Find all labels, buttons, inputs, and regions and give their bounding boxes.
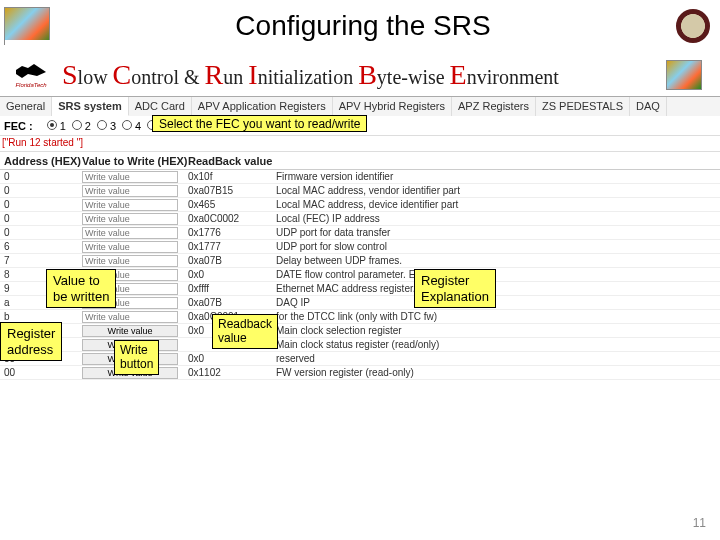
cell-explain: Delay between UDP frames. xyxy=(276,255,720,266)
cell-readback: 0x10f xyxy=(188,171,276,182)
tab-apv-hybrid-registers[interactable]: APV Hybrid Registers xyxy=(333,97,452,116)
cell-explain: Main clock status register (read/only) xyxy=(276,339,720,350)
cell-explain: UDP port for data transfer xyxy=(276,227,720,238)
tab-general[interactable]: General xyxy=(0,97,52,116)
tab-apz-registers[interactable]: APZ Registers xyxy=(452,97,536,116)
cell-address: 7 xyxy=(0,255,82,266)
cell-explain: DATE flow control parameter. Experimenta… xyxy=(276,269,720,280)
cell-readback: 0x0 xyxy=(188,353,276,364)
write-input[interactable] xyxy=(82,227,178,239)
cell-readback: 0xa07B xyxy=(188,255,276,266)
slide-title: Configuring the SRS xyxy=(50,10,676,42)
col-header-address: Address (HEX) xyxy=(0,155,82,167)
annot-value-to-write: Value tobe written xyxy=(46,269,116,308)
fec-radio-3[interactable] xyxy=(97,120,107,130)
table-row: 00Write value0x0reserved xyxy=(0,352,720,366)
table-row: b0xa0C0001for the DTCC link (only with D… xyxy=(0,310,720,324)
tab-apv-application-registers[interactable]: APV Application Registers xyxy=(192,97,333,116)
fec-label: FEC : xyxy=(4,120,33,132)
table-row: 00x1776UDP port for data transfer xyxy=(0,226,720,240)
cell-write xyxy=(82,227,188,239)
cell-explain: UDP port for slow control xyxy=(276,241,720,252)
cell-write xyxy=(82,199,188,211)
cell-readback: 0xa0C0002 xyxy=(188,213,276,224)
cell-write xyxy=(82,213,188,225)
scribe-acronym: Slow Control & Run Initialization Byte-w… xyxy=(62,59,559,91)
slide-number: 11 xyxy=(693,516,706,530)
cell-readback: 0x1777 xyxy=(188,241,276,252)
scribe-banner: FloridaTech Slow Control & Run Initializ… xyxy=(0,52,720,96)
cell-write xyxy=(82,255,188,267)
cell-readback: 0x465 xyxy=(188,199,276,210)
cell-explain: Firmware version identifier xyxy=(276,171,720,182)
register-table: Address (HEX) Value to Write (HEX) ReadB… xyxy=(0,152,720,380)
annot-readback-value: Readbackvalue xyxy=(212,314,278,349)
fec-radio-4[interactable] xyxy=(122,120,132,130)
cms-logo-left xyxy=(4,7,50,45)
cell-explain: DAQ IP xyxy=(276,297,720,308)
col-header-readback: ReadBack value xyxy=(188,155,276,167)
cell-address: 0 xyxy=(0,171,82,182)
write-button[interactable]: Write value xyxy=(82,325,178,337)
cell-write xyxy=(82,185,188,197)
col-header-write: Value to Write (HEX) xyxy=(82,155,188,167)
fec-radio-2[interactable] xyxy=(72,120,82,130)
cell-write: Write value xyxy=(82,325,188,337)
cell-readback: 0xa07B15 xyxy=(188,185,276,196)
fec-radio-1[interactable] xyxy=(47,120,57,130)
table-row: 70xa07BDelay between UDP frames. xyxy=(0,254,720,268)
cell-address: b xyxy=(0,311,82,322)
cms-logo-small xyxy=(666,60,702,90)
annot-write-button: Writebutton xyxy=(114,340,159,375)
cell-explain: Local MAC address, device identifier par… xyxy=(276,199,720,210)
table-row: 00x10fFirmware version identifier xyxy=(0,170,720,184)
cell-explain: Ethernet MAC address register. Reserved! xyxy=(276,283,720,294)
table-header: Address (HEX) Value to Write (HEX) ReadB… xyxy=(0,152,720,170)
write-input[interactable] xyxy=(82,185,178,197)
fec-selector-row: FEC : 12345 Select the FEC you want to r… xyxy=(0,116,720,136)
write-input[interactable] xyxy=(82,255,178,267)
write-input[interactable] xyxy=(82,199,178,211)
tab-zs-pedestals[interactable]: ZS PEDESTALS xyxy=(536,97,630,116)
tab-bar: GeneralSRS systemADC CardAPV Application… xyxy=(0,96,720,116)
cell-write xyxy=(82,311,188,323)
write-input[interactable] xyxy=(82,311,178,323)
table-row: 60x1777UDP port for slow control xyxy=(0,240,720,254)
status-line: ["Run 12 started "] xyxy=(0,136,720,152)
fec-radio-label-4: 4 xyxy=(135,120,141,132)
annot-register-explanation: RegisterExplanation xyxy=(414,269,496,308)
cell-explain: reserved xyxy=(276,353,720,364)
tab-adc-card[interactable]: ADC Card xyxy=(129,97,192,116)
fec-radio-label-3: 3 xyxy=(110,120,116,132)
tab-daq[interactable]: DAQ xyxy=(630,97,667,116)
fec-radio-label-1: 1 xyxy=(60,120,66,132)
fec-radio-label-2: 2 xyxy=(85,120,91,132)
table-row: 00Write valueMain clock status register … xyxy=(0,338,720,352)
cell-address: 0 xyxy=(0,199,82,210)
table-row: 00x465Local MAC address, device identifi… xyxy=(0,198,720,212)
cell-address: 0 xyxy=(0,227,82,238)
write-input[interactable] xyxy=(82,241,178,253)
table-row: 00Write value0x1102FW version register (… xyxy=(0,366,720,380)
table-row: 00Write value0x0Main clock selection reg… xyxy=(0,324,720,338)
cell-readback: 0x1102 xyxy=(188,367,276,378)
annot-register-address: Registeraddress xyxy=(0,322,62,361)
cell-readback: 0x0 xyxy=(188,269,276,280)
cell-address: 6 xyxy=(0,241,82,252)
cell-address: 0 xyxy=(0,185,82,196)
write-input[interactable] xyxy=(82,213,178,225)
table-row: 00xa0C0002Local (FEC) IP address xyxy=(0,212,720,226)
annot-select-fec: Select the FEC you want to read/write xyxy=(152,115,367,132)
cell-explain: Local (FEC) IP address xyxy=(276,213,720,224)
seal-logo-right xyxy=(676,9,710,43)
cell-write xyxy=(82,171,188,183)
write-input[interactable] xyxy=(82,171,178,183)
cell-address: 0 xyxy=(0,213,82,224)
panther-logo: FloridaTech xyxy=(8,57,54,93)
slide-header: Configuring the SRS xyxy=(0,0,720,52)
tab-srs-system[interactable]: SRS system xyxy=(52,97,129,116)
cell-explain: Main clock selection register xyxy=(276,325,720,336)
cell-write xyxy=(82,241,188,253)
cell-readback: 0xa07B xyxy=(188,297,276,308)
cell-readback: 0x1776 xyxy=(188,227,276,238)
